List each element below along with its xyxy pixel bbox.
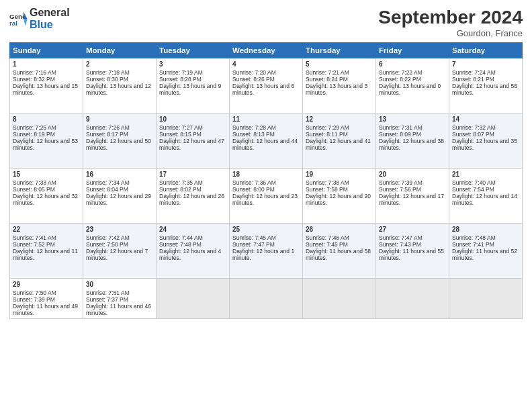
daylight-text: Daylight: 11 hours and 58 minutes.: [306, 248, 373, 261]
sunrise-text: Sunrise: 7:47 AM: [379, 234, 446, 241]
sunset-text: Sunset: 8:28 PM: [159, 76, 226, 83]
page: Gene ral General Blue September 2024 Gou…: [0, 0, 532, 411]
daylight-text: Daylight: 12 hours and 14 minutes.: [452, 193, 519, 206]
sunrise-text: Sunrise: 7:39 AM: [379, 179, 446, 186]
location: Gourdon, France: [378, 28, 523, 38]
header: Gene ral General Blue September 2024 Gou…: [9, 7, 523, 38]
calendar-cell: 10Sunrise: 7:27 AMSunset: 8:15 PMDayligh…: [157, 113, 230, 169]
day-number: 22: [13, 226, 80, 233]
calendar-cell: 15Sunrise: 7:33 AMSunset: 8:05 PMDayligh…: [10, 169, 83, 224]
day-number: 9: [86, 116, 153, 123]
sunrise-text: Sunrise: 7:36 AM: [232, 179, 300, 186]
day-number: 10: [159, 116, 226, 123]
sunrise-text: Sunrise: 7:48 AM: [452, 234, 519, 241]
day-number: 19: [306, 171, 373, 178]
daylight-text: Daylight: 12 hours and 44 minutes.: [232, 138, 300, 151]
calendar-cell: [303, 279, 376, 319]
calendar-cell: 27Sunrise: 7:47 AMSunset: 7:43 PMDayligh…: [376, 224, 449, 279]
calendar-cell: [376, 279, 449, 319]
col-wednesday: Wednesday: [230, 43, 303, 58]
logo: Gene ral General Blue: [9, 7, 70, 30]
sunrise-text: Sunrise: 7:18 AM: [86, 69, 153, 76]
sunset-text: Sunset: 8:32 PM: [13, 76, 80, 83]
daylight-text: Daylight: 12 hours and 53 minutes.: [13, 138, 80, 151]
sunrise-text: Sunrise: 7:34 AM: [86, 179, 153, 186]
daylight-text: Daylight: 13 hours and 12 minutes.: [86, 83, 153, 96]
sunrise-text: Sunrise: 7:35 AM: [159, 179, 226, 186]
day-number: 12: [306, 116, 373, 123]
day-number: 7: [452, 60, 519, 68]
sunset-text: Sunset: 8:21 PM: [452, 76, 519, 83]
sunset-text: Sunset: 8:13 PM: [232, 131, 300, 138]
day-number: 20: [379, 171, 446, 178]
calendar-cell: 9Sunrise: 7:26 AMSunset: 8:17 PMDaylight…: [83, 113, 157, 169]
sunrise-text: Sunrise: 7:22 AM: [379, 69, 446, 76]
sunset-text: Sunset: 8:04 PM: [86, 186, 153, 193]
calendar-cell: 22Sunrise: 7:41 AMSunset: 7:52 PMDayligh…: [10, 224, 83, 279]
day-number: 11: [232, 116, 300, 123]
daylight-text: Daylight: 12 hours and 32 minutes.: [13, 193, 80, 206]
sunrise-text: Sunrise: 7:45 AM: [232, 234, 300, 241]
sunrise-text: Sunrise: 7:24 AM: [452, 69, 519, 76]
sunrise-text: Sunrise: 7:27 AM: [159, 124, 226, 131]
sunset-text: Sunset: 8:09 PM: [379, 131, 446, 138]
calendar-cell: 7Sunrise: 7:24 AMSunset: 8:21 PMDaylight…: [449, 58, 523, 113]
col-thursday: Thursday: [303, 43, 376, 58]
daylight-text: Daylight: 12 hours and 47 minutes.: [159, 138, 226, 151]
logo-icon: Gene ral: [9, 9, 28, 28]
calendar-cell: 14Sunrise: 7:32 AMSunset: 8:07 PMDayligh…: [449, 113, 523, 169]
col-sunday: Sunday: [10, 43, 83, 58]
sunset-text: Sunset: 7:50 PM: [86, 241, 153, 248]
sunset-text: Sunset: 7:48 PM: [159, 241, 226, 248]
calendar-cell: 16Sunrise: 7:34 AMSunset: 8:04 PMDayligh…: [83, 169, 157, 224]
sunrise-text: Sunrise: 7:19 AM: [159, 69, 226, 76]
day-number: 15: [13, 171, 80, 178]
day-number: 18: [232, 171, 300, 178]
col-friday: Friday: [376, 43, 449, 58]
day-number: 5: [306, 60, 373, 68]
day-number: 4: [232, 60, 300, 68]
sunset-text: Sunset: 8:00 PM: [232, 186, 300, 193]
daylight-text: Daylight: 12 hours and 56 minutes.: [452, 83, 519, 96]
day-number: 8: [13, 116, 80, 123]
daylight-text: Daylight: 12 hours and 41 minutes.: [306, 138, 373, 151]
daylight-text: Daylight: 12 hours and 50 minutes.: [86, 138, 153, 151]
daylight-text: Daylight: 13 hours and 0 minutes.: [379, 83, 446, 96]
sunset-text: Sunset: 8:05 PM: [13, 186, 80, 193]
calendar-cell: 6Sunrise: 7:22 AMSunset: 8:22 PMDaylight…: [376, 58, 449, 113]
day-number: 6: [379, 60, 446, 68]
day-number: 16: [86, 171, 153, 178]
day-number: 24: [159, 226, 226, 233]
title-area: September 2024 Gourdon, France: [378, 7, 523, 38]
calendar-cell: 24Sunrise: 7:44 AMSunset: 7:48 PMDayligh…: [157, 224, 230, 279]
calendar-cell: 5Sunrise: 7:21 AMSunset: 8:24 PMDaylight…: [303, 58, 376, 113]
day-number: 26: [306, 226, 373, 233]
sunrise-text: Sunrise: 7:41 AM: [13, 234, 80, 241]
daylight-text: Daylight: 13 hours and 3 minutes.: [306, 83, 373, 96]
sunset-text: Sunset: 7:41 PM: [452, 241, 519, 248]
sunrise-text: Sunrise: 7:40 AM: [452, 179, 519, 186]
sunset-text: Sunset: 7:45 PM: [306, 241, 373, 248]
sunrise-text: Sunrise: 7:33 AM: [13, 179, 80, 186]
sunset-text: Sunset: 7:47 PM: [232, 241, 300, 248]
sunrise-text: Sunrise: 7:44 AM: [159, 234, 226, 241]
daylight-text: Daylight: 12 hours and 38 minutes.: [379, 138, 446, 151]
day-number: 13: [379, 116, 446, 123]
sunset-text: Sunset: 7:52 PM: [13, 241, 80, 248]
calendar-cell: 3Sunrise: 7:19 AMSunset: 8:28 PMDaylight…: [157, 58, 230, 113]
day-number: 2: [86, 60, 153, 68]
calendar-cell: 17Sunrise: 7:35 AMSunset: 8:02 PMDayligh…: [157, 169, 230, 224]
calendar-cell: 1Sunrise: 7:16 AMSunset: 8:32 PMDaylight…: [10, 58, 83, 113]
sunset-text: Sunset: 7:54 PM: [452, 186, 519, 193]
svg-text:ral: ral: [9, 19, 17, 26]
calendar-cell: 4Sunrise: 7:20 AMSunset: 8:26 PMDaylight…: [230, 58, 303, 113]
sunrise-text: Sunrise: 7:20 AM: [232, 69, 300, 76]
daylight-text: Daylight: 12 hours and 4 minutes.: [159, 248, 226, 261]
sunrise-text: Sunrise: 7:25 AM: [13, 124, 80, 131]
col-monday: Monday: [83, 43, 157, 58]
sunset-text: Sunset: 8:22 PM: [379, 76, 446, 83]
sunrise-text: Sunrise: 7:16 AM: [13, 69, 80, 76]
calendar-cell: 13Sunrise: 7:31 AMSunset: 8:09 PMDayligh…: [376, 113, 449, 169]
sunrise-text: Sunrise: 7:38 AM: [306, 179, 373, 186]
day-number: 25: [232, 226, 300, 233]
